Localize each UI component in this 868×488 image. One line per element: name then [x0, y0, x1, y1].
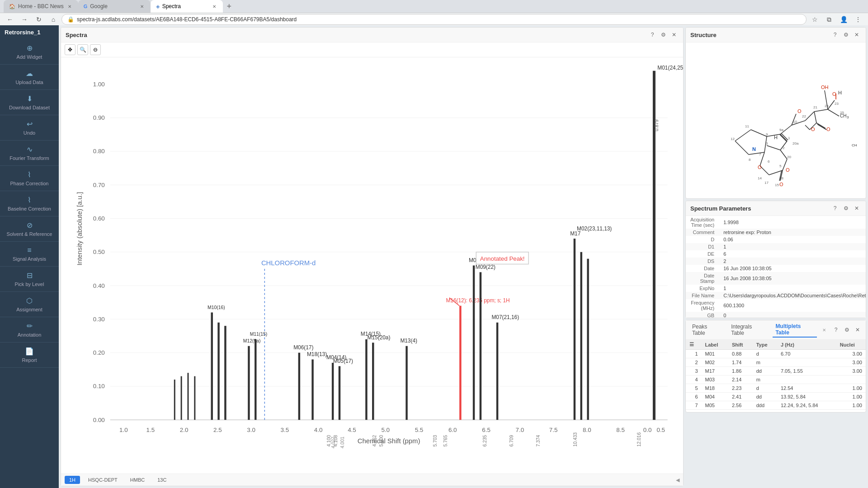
download-icon: ⬇	[27, 94, 33, 103]
svg-text:0.40: 0.40	[93, 282, 105, 289]
svg-text:O: O	[797, 108, 802, 114]
tab-hsqc-dept[interactable]: HSQC-DEPT	[84, 476, 122, 484]
svg-rect-89	[194, 376, 195, 420]
sidebar-item-report[interactable]: 📄 Report	[0, 343, 59, 368]
spectra-settings-button[interactable]: ⚙	[659, 30, 668, 39]
col-shift: Shift	[728, 340, 753, 350]
tab-peaks-table[interactable]: Peaks Table	[689, 323, 723, 337]
svg-line-125	[780, 150, 787, 159]
peaks-close-btn[interactable]: ✕	[853, 325, 862, 334]
svg-text:3: 3	[847, 115, 849, 119]
table-row[interactable]: 3M171.86dd7.05, 1.553.00	[686, 367, 866, 375]
svg-line-132	[805, 125, 810, 130]
back-button[interactable]: ←	[4, 13, 16, 26]
svg-text:9a: 9a	[779, 128, 783, 132]
tab-hmbc[interactable]: HMBC	[126, 476, 149, 484]
zoom-out-button[interactable]: ⊖	[90, 44, 101, 55]
table-row[interactable]: 4M032.14m	[686, 375, 866, 384]
table-row[interactable]: 6M042.41dd13.92, 5.841.00	[686, 393, 866, 401]
svg-rect-61	[459, 306, 461, 420]
structure-close-btn[interactable]: ✕	[852, 30, 861, 39]
col-menu[interactable]: ☰	[686, 340, 702, 350]
svg-rect-72	[365, 339, 367, 420]
table-row[interactable]: 1M010.88d6.703.00	[686, 350, 866, 358]
row-num: 6	[686, 393, 702, 401]
tab-bbc-close[interactable]: ✕	[66, 3, 73, 9]
params-settings-btn[interactable]: ⚙	[841, 204, 850, 213]
tab-spectra[interactable]: ◈ Spectra ✕	[151, 0, 223, 13]
spectra-title: Spectra	[66, 32, 648, 38]
svg-text:0.5: 0.5	[656, 427, 665, 433]
extensions-button[interactable]: ⧉	[823, 13, 835, 26]
params-help-btn[interactable]: ?	[830, 204, 840, 213]
peaks-table-scroll[interactable]: ☰ Label Shift Type J (Hz) Nuclei 1M010.8…	[686, 340, 866, 412]
sidebar-item-fourier-transform[interactable]: ∿ Fourier Transform	[0, 141, 59, 166]
sidebar-item-download-dataset[interactable]: ⬇ Download Dataset	[0, 90, 59, 115]
structure-settings-btn[interactable]: ⚙	[841, 30, 850, 39]
chart-area[interactable]: Intensity (absolute) [a.u.]	[61, 57, 683, 474]
param-value: 2	[719, 258, 866, 265]
tab-google-label: Google	[90, 3, 108, 9]
svg-text:3.0: 3.0	[247, 427, 255, 433]
params-row: Date Stamp16 Jun 2008 10:38:05	[686, 272, 866, 285]
signal-icon: ≡	[27, 246, 31, 254]
sidebar-item-upload-data[interactable]: ☁ Upload Data	[0, 65, 59, 90]
app-title: Retrorsine_1	[0, 25, 59, 39]
tab-spectra-close[interactable]: ✕	[211, 3, 217, 9]
table-row[interactable]: 2M021.74m3.00	[686, 358, 866, 367]
structure-help-btn[interactable]: ?	[830, 30, 840, 39]
svg-text:6.235: 6.235	[482, 435, 487, 446]
tab-13c[interactable]: 13C	[153, 476, 171, 484]
svg-rect-53	[211, 312, 212, 420]
table-row[interactable]: 7M052.56ddd12.24, 9.24, 5.841.00	[686, 401, 866, 410]
sidebar-item-annotation[interactable]: ✏ Annotation	[0, 317, 59, 343]
spectra-close-button[interactable]: ✕	[670, 30, 679, 39]
tab-bbc[interactable]: 🏠 Home - BBC News ✕	[4, 0, 78, 13]
svg-text:4.108: 4.108	[333, 435, 338, 446]
svg-text:15: 15	[775, 183, 779, 187]
row-type: t	[753, 410, 777, 413]
reload-button[interactable]: ↻	[33, 13, 45, 26]
upload-icon: ☁	[26, 69, 33, 78]
new-tab-button[interactable]: +	[223, 0, 236, 13]
sidebar-item-add-widget[interactable]: ⊕ Add Widget	[0, 39, 59, 65]
chart-tabs: 1H HSQC-DEPT HMBC 13C ◀	[61, 474, 683, 486]
table-row[interactable]: 8M063.28t8.42(2)1.00	[686, 410, 866, 413]
multiplets-tab-close[interactable]: ✕	[822, 328, 826, 333]
tab-integrals-table[interactable]: Integrals Table	[728, 323, 767, 337]
bookmark-button[interactable]: ☆	[808, 13, 821, 26]
address-bar[interactable]: 🔒 spectra-js.acdlabs.com/datasets/AE6BA1…	[61, 14, 807, 25]
sidebar-item-solvent-reference[interactable]: ⊘ Solvent & Reference	[0, 216, 59, 242]
row-nuclei: 1.00	[836, 401, 866, 410]
sidebar-item-assignment[interactable]: ⬡ Assignment	[0, 292, 59, 317]
svg-line-165	[816, 123, 826, 128]
tab-google[interactable]: G Google ✕	[78, 0, 151, 13]
sidebar-item-baseline-correction[interactable]: ⌇ Baseline Correction	[0, 191, 59, 216]
account-button[interactable]: 👤	[837, 13, 850, 26]
home-button[interactable]: ⌂	[47, 13, 60, 26]
menu-button[interactable]: ⋮	[852, 13, 864, 26]
peaks-help-btn[interactable]: ?	[831, 325, 840, 334]
tab-1h[interactable]: 1H	[65, 476, 80, 484]
table-row[interactable]: 5M182.23d12.541.00	[686, 384, 866, 393]
sidebar-item-signal-analysis[interactable]: ≡ Signal Analysis	[0, 242, 59, 267]
sidebar-label-solvent: Solvent & Reference	[7, 231, 52, 237]
tab-bbc-label: Home - BBC News	[18, 3, 64, 9]
tab-spectra-label: Spectra	[162, 3, 181, 9]
svg-rect-88	[187, 373, 189, 420]
zoom-in-button[interactable]: 🔍	[77, 44, 88, 55]
params-close-btn[interactable]: ✕	[852, 204, 861, 213]
peaks-settings-btn[interactable]: ⚙	[842, 325, 851, 334]
spectra-help-button[interactable]: ?	[648, 30, 657, 39]
forward-button[interactable]: →	[18, 13, 31, 26]
sidebar-item-undo[interactable]: ↩ Undo	[0, 115, 59, 141]
sidebar-item-pick-by-level[interactable]: ⊟ Pick by Level	[0, 267, 59, 292]
move-tool-button[interactable]: ✥	[65, 44, 75, 55]
svg-text:8: 8	[749, 158, 751, 162]
sidebar-item-phase-correction[interactable]: ⌇ Phase Correction	[0, 166, 59, 191]
spectra-chart: Intensity (absolute) [a.u.]	[61, 57, 683, 474]
tab-multiplets-table[interactable]: Multiplets Table	[773, 322, 817, 338]
sidebar-collapse-btn[interactable]: ◀	[676, 476, 679, 484]
address-text: spectra-js.acdlabs.com/datasets/AE6BA148…	[77, 16, 297, 23]
tab-google-close[interactable]: ✕	[139, 3, 145, 9]
